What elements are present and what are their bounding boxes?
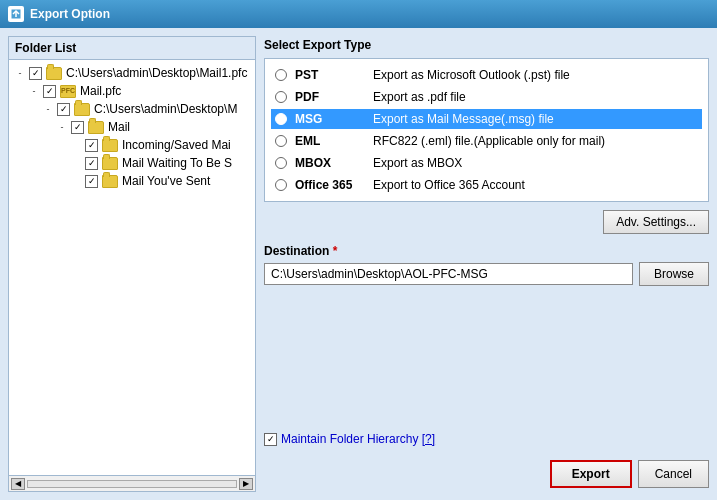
export-type-row-office365[interactable]: Office 365Export to Office 365 Account (271, 175, 702, 195)
horizontal-scrollbar[interactable]: ◀ ▶ (9, 475, 255, 491)
tree-item-label: Mail (108, 118, 130, 136)
export-type-desc-office365: Export to Office 365 Account (373, 178, 698, 192)
export-type-row-eml[interactable]: EMLRFC822 (.eml) file.(Applicable only f… (271, 131, 702, 151)
maintain-hierarchy-checkbox[interactable] (264, 433, 277, 446)
export-type-desc-msg: Export as Mail Message(.msg) file (373, 112, 698, 126)
folder-list-panel: Folder List -C:\Users\admin\Desktop\Mail… (8, 36, 256, 492)
radio-mbox[interactable] (275, 157, 287, 169)
tree-expander[interactable] (69, 174, 83, 188)
required-marker: * (333, 244, 338, 258)
folder-icon (102, 157, 118, 170)
tree-checkbox[interactable] (43, 85, 56, 98)
export-type-row-mbox[interactable]: MBOXExport as MBOX (271, 153, 702, 173)
cancel-button[interactable]: Cancel (638, 460, 709, 488)
bottom-bar: Maintain Folder Hierarchy [?] Export Can… (264, 426, 709, 492)
export-type-name-mbox: MBOX (295, 156, 365, 170)
export-type-desc-mbox: Export as MBOX (373, 156, 698, 170)
browse-button[interactable]: Browse (639, 262, 709, 286)
folder-icon (46, 67, 62, 80)
tree-item-label: Incoming/Saved Mai (122, 136, 231, 154)
destination-row: Browse (264, 262, 709, 286)
tree-item-label: Mail Waiting To Be S (122, 154, 232, 172)
export-button[interactable]: Export (550, 460, 632, 488)
folder-list-title: Folder List (9, 37, 255, 60)
export-type-desc-eml: RFC822 (.eml) file.(Applicable only for … (373, 134, 698, 148)
folder-icon (88, 121, 104, 134)
tree-item[interactable]: Mail You've Sent (13, 172, 251, 190)
folder-tree[interactable]: -C:\Users\admin\Desktop\Mail1.pfc-PFCMai… (9, 60, 255, 475)
tree-expander[interactable]: - (27, 84, 41, 98)
select-export-type-title: Select Export Type (264, 36, 709, 58)
tree-expander[interactable] (69, 138, 83, 152)
tree-item[interactable]: Incoming/Saved Mai (13, 136, 251, 154)
tree-expander[interactable]: - (13, 66, 27, 80)
tree-item-label: Mail You've Sent (122, 172, 210, 190)
right-panel: Select Export Type PSTExport as Microsof… (264, 36, 709, 492)
adv-settings-button[interactable]: Adv. Settings... (603, 210, 709, 234)
tree-checkbox[interactable] (85, 139, 98, 152)
scroll-right-arrow[interactable]: ▶ (239, 478, 253, 490)
destination-input[interactable] (264, 263, 633, 285)
tree-checkbox[interactable] (71, 121, 84, 134)
tree-item-label: Mail.pfc (80, 82, 121, 100)
export-type-desc-pst: Export as Microsoft Outlook (.pst) file (373, 68, 698, 82)
folder-icon: PFC (60, 85, 76, 98)
title-bar-text: Export Option (30, 7, 110, 21)
export-type-row-pdf[interactable]: PDFExport as .pdf file (271, 87, 702, 107)
destination-label: Destination * (264, 244, 709, 258)
radio-pst[interactable] (275, 69, 287, 81)
scroll-track (27, 480, 237, 488)
radio-office365[interactable] (275, 179, 287, 191)
maintain-hierarchy-label[interactable]: Maintain Folder Hierarchy [?] (281, 432, 435, 446)
title-bar-icon (8, 6, 24, 22)
tree-item-label: C:\Users\admin\Desktop\Mail1.pfc (66, 64, 247, 82)
export-type-name-pst: PST (295, 68, 365, 82)
export-type-desc-pdf: Export as .pdf file (373, 90, 698, 104)
tree-checkbox[interactable] (29, 67, 42, 80)
folder-icon (102, 175, 118, 188)
tree-checkbox[interactable] (85, 175, 98, 188)
export-type-name-office365: Office 365 (295, 178, 365, 192)
folder-icon (74, 103, 90, 116)
folder-icon (102, 139, 118, 152)
maintain-hierarchy-help-link[interactable]: [?] (422, 432, 435, 446)
radio-pdf[interactable] (275, 91, 287, 103)
export-type-name-msg: MSG (295, 112, 365, 126)
main-container: Folder List -C:\Users\admin\Desktop\Mail… (0, 28, 717, 500)
tree-item[interactable]: Mail Waiting To Be S (13, 154, 251, 172)
tree-item[interactable]: -Mail (13, 118, 251, 136)
export-type-row-pst[interactable]: PSTExport as Microsoft Outlook (.pst) fi… (271, 65, 702, 85)
export-type-name-eml: EML (295, 134, 365, 148)
adv-settings-area: Adv. Settings... (264, 202, 709, 238)
scroll-left-arrow[interactable]: ◀ (11, 478, 25, 490)
maintain-hierarchy-row: Maintain Folder Hierarchy [?] (264, 426, 709, 452)
tree-checkbox[interactable] (85, 157, 98, 170)
tree-item[interactable]: -C:\Users\admin\Desktop\Mail1.pfc (13, 64, 251, 82)
tree-expander[interactable] (69, 156, 83, 170)
tree-item[interactable]: -C:\Users\admin\Desktop\M (13, 100, 251, 118)
title-bar: Export Option (0, 0, 717, 28)
radio-msg[interactable] (275, 113, 287, 125)
export-type-name-pdf: PDF (295, 90, 365, 104)
tree-expander[interactable]: - (41, 102, 55, 116)
export-options-box: PSTExport as Microsoft Outlook (.pst) fi… (264, 58, 709, 202)
tree-checkbox[interactable] (57, 103, 70, 116)
tree-item[interactable]: -PFCMail.pfc (13, 82, 251, 100)
destination-section: Destination * Browse (264, 238, 709, 290)
action-buttons: Export Cancel (264, 460, 709, 492)
radio-eml[interactable] (275, 135, 287, 147)
tree-expander[interactable]: - (55, 120, 69, 134)
export-type-row-msg[interactable]: MSGExport as Mail Message(.msg) file (271, 109, 702, 129)
tree-item-label: C:\Users\admin\Desktop\M (94, 100, 237, 118)
